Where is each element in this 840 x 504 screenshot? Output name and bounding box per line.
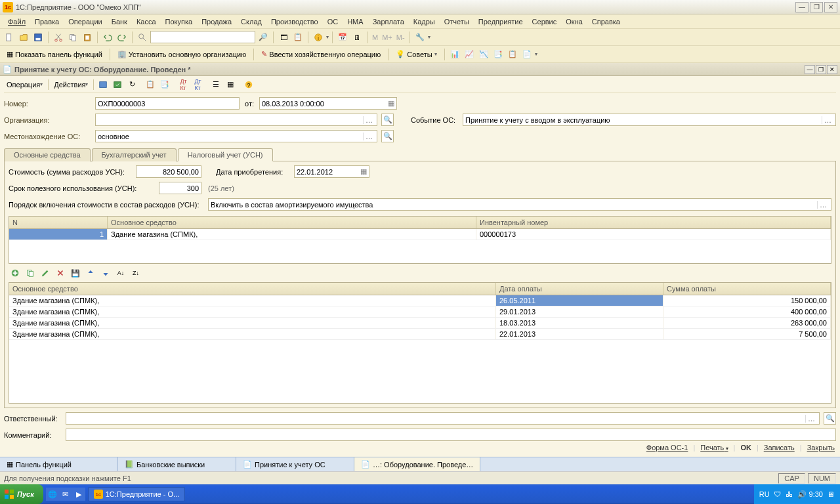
set-org-button[interactable]: 🏢 Установить основную организацию	[114, 48, 251, 60]
org-lookup-button[interactable]: 🔍	[381, 114, 394, 126]
paste-icon[interactable]	[81, 31, 94, 44]
date-input[interactable]: 08.03.2013 0:00:00▦	[259, 97, 397, 110]
settings2-icon[interactable]: ▦	[224, 78, 237, 91]
table-row[interactable]: Здание магазина (СПМК),22.01.20137 500,0…	[9, 329, 831, 340]
help-icon[interactable]: ?	[242, 78, 255, 91]
menu-help[interactable]: Справка	[588, 16, 624, 27]
mdi-tab-panel[interactable]: ▦Панель функций	[0, 457, 118, 471]
undo-icon[interactable]	[101, 31, 114, 44]
menu-purchase[interactable]: Покупка	[161, 16, 197, 27]
doc-close-button[interactable]: ✕	[827, 65, 837, 74]
save-button[interactable]: Записать	[764, 444, 795, 452]
menu-bank[interactable]: Банк	[108, 16, 131, 27]
post-close-icon[interactable]	[111, 78, 124, 91]
dt-kt2-icon[interactable]: ДтКт	[191, 78, 204, 91]
tab-main-assets[interactable]: Основные средства	[4, 148, 91, 161]
calendar-toolbar-icon[interactable]: 📋	[291, 31, 304, 44]
col-pay-date[interactable]: Дата оплаты	[496, 283, 663, 295]
basis-icon[interactable]: 📋	[144, 78, 157, 91]
col-n[interactable]: N	[9, 217, 108, 228]
payments-grid[interactable]: Основное средство Дата оплаты Сумма опла…	[9, 282, 831, 404]
mdi-tab-bank[interactable]: 📗Банковские выписки	[118, 457, 236, 471]
quicklaunch-media-icon[interactable]: ▶	[72, 488, 85, 501]
tray-network-icon[interactable]: 🖧	[786, 490, 793, 498]
calc-icon[interactable]: 🗔	[277, 31, 290, 44]
form-os1-button[interactable]: Форма ОС-1	[646, 444, 688, 452]
report3-icon[interactable]: 📉	[477, 48, 490, 61]
copy-row-icon[interactable]	[24, 266, 37, 280]
menu-hr[interactable]: Кадры	[410, 16, 439, 27]
start-button[interactable]: Пуск	[0, 484, 43, 504]
period-icon[interactable]: 📅	[336, 31, 349, 44]
list-icon[interactable]: ☰	[209, 78, 222, 91]
calendar-icon[interactable]: ▦	[388, 99, 394, 108]
event-input[interactable]: Принятие к учету с вводом в эксплуатацию	[463, 114, 836, 126]
assets-grid[interactable]: N Основное средство Инвентарный номер 1 …	[9, 216, 831, 264]
responsible-lookup-button[interactable]: 🔍	[824, 412, 836, 425]
table-row[interactable]: 1 Здание магазина (СПМК), 000000173	[9, 229, 831, 240]
open-icon[interactable]	[17, 31, 30, 44]
menu-sale[interactable]: Продажа	[198, 16, 236, 27]
report1-icon[interactable]: 📊	[448, 48, 461, 61]
settings-icon[interactable]: 🔧	[413, 31, 427, 44]
table-row[interactable]: Здание магазина (СПМК),18.03.2013263 000…	[9, 318, 831, 329]
col-inventory[interactable]: Инвентарный номер	[476, 217, 831, 228]
col-asset[interactable]: Основное средство	[108, 217, 476, 228]
table-row[interactable]: Здание магазина (СПМК),26.05.2011150 000…	[9, 295, 831, 306]
col-asset2[interactable]: Основное средство	[9, 283, 496, 295]
move-up-icon[interactable]	[84, 266, 97, 280]
menu-enterprise[interactable]: Предприятие	[474, 16, 527, 27]
m-minus-button[interactable]: M-	[396, 33, 405, 41]
minimize-button[interactable]: —	[795, 2, 808, 12]
search-next-icon[interactable]: 🔎	[257, 31, 270, 44]
sort-desc-icon[interactable]: Z↓	[129, 266, 142, 280]
ok-button[interactable]: OK	[740, 444, 751, 452]
cost-order-input[interactable]: Включить в состав амортизируемого имущес…	[208, 198, 831, 211]
menu-os[interactable]: ОС	[324, 16, 343, 27]
acquisition-date-input[interactable]: 22.01.2012▦	[294, 165, 369, 178]
tray-lang[interactable]: RU	[759, 490, 770, 498]
report2-icon[interactable]: 📈	[463, 48, 476, 61]
edit-row-icon[interactable]	[39, 266, 52, 280]
location-lookup-button[interactable]: 🔍	[381, 130, 394, 142]
m-button[interactable]: M	[372, 33, 378, 41]
tray-monitor-icon[interactable]: 🖥	[827, 490, 835, 498]
report4-icon[interactable]: 📑	[492, 48, 505, 61]
structure-icon[interactable]: 📑	[158, 78, 171, 91]
menu-salary[interactable]: Зарплата	[369, 16, 408, 27]
new-icon[interactable]	[3, 31, 16, 44]
save-icon[interactable]	[32, 31, 45, 44]
save-row-icon[interactable]: 💾	[69, 266, 82, 280]
tray-clock[interactable]: 9:30	[809, 490, 823, 498]
quicklaunch-ie-icon[interactable]: 🌐	[46, 488, 59, 501]
doc-restore-button[interactable]: ❐	[816, 65, 826, 74]
show-panel-button[interactable]: ▦ Показать панель функций	[3, 48, 106, 60]
sort-asc-icon[interactable]: A↓	[114, 266, 127, 280]
search-combo[interactable]	[150, 31, 255, 43]
cut-icon[interactable]	[52, 31, 65, 44]
tab-accounting[interactable]: Бухгалтерский учет	[92, 148, 177, 161]
refresh-icon[interactable]: ↻	[125, 78, 138, 91]
comment-input[interactable]	[66, 429, 836, 441]
tray-shield-icon[interactable]: 🛡	[774, 490, 782, 498]
number-input[interactable]: ОХП00000003	[95, 97, 240, 110]
enter-operation-button[interactable]: ✎ Ввести хозяйственную операцию	[257, 48, 385, 60]
report5-icon[interactable]: 📋	[506, 48, 519, 61]
dt-kt-icon[interactable]: ДтКт	[177, 78, 190, 91]
cost-input[interactable]: 820 500,00	[136, 165, 201, 178]
search-icon[interactable]	[136, 31, 149, 44]
menu-service[interactable]: Сервис	[528, 16, 561, 27]
close-form-button[interactable]: Закрыть	[807, 444, 835, 452]
doc-minimize-button[interactable]: —	[805, 65, 815, 74]
maximize-button[interactable]: ❐	[810, 2, 823, 12]
menu-production[interactable]: Производство	[267, 16, 322, 27]
table-row[interactable]: Здание магазина (СПМК),29.01.2013400 000…	[9, 306, 831, 318]
close-button[interactable]: ✕	[824, 2, 837, 12]
location-input[interactable]: основное	[95, 130, 377, 142]
print-button[interactable]: Печать	[700, 444, 728, 452]
m-plus-button[interactable]: M+	[382, 33, 392, 41]
quicklaunch-mail-icon[interactable]: ✉	[59, 488, 72, 501]
menu-reports[interactable]: Отчеты	[440, 16, 473, 27]
add-row-icon[interactable]	[9, 266, 22, 280]
report6-icon[interactable]: 📄	[520, 48, 534, 61]
